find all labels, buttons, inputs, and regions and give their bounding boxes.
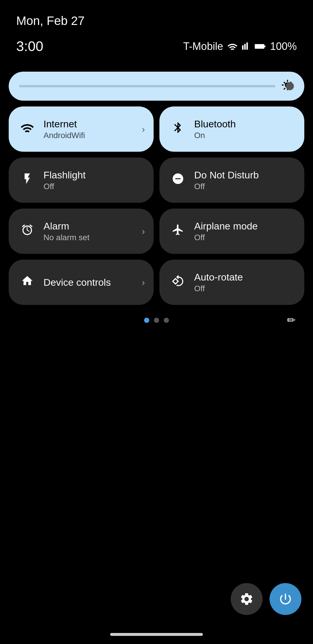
nav-bar [110,633,203,636]
tile-flashlight[interactable]: Flashlight Off [9,158,154,203]
tiles-grid: Internet AndroidWifi › Bluetooth On [9,106,304,305]
airplane-text: Airplane mode Off [194,220,258,242]
tile-airplane[interactable]: Airplane mode Off [159,209,304,254]
tile-internet[interactable]: Internet AndroidWifi › [9,106,154,152]
alarm-text: Alarm No alarm set [43,220,90,242]
bluetooth-text: Bluetooth On [194,118,236,140]
rotate-icon [170,274,186,290]
flashlight-icon [19,172,35,188]
bottom-buttons [231,583,301,615]
airplane-title: Airplane mode [194,220,258,232]
dnd-subtitle: Off [194,182,259,191]
power-button[interactable] [270,583,301,615]
internet-arrow-icon: › [142,124,145,135]
brightness-slider[interactable] [19,85,275,87]
tile-device-controls[interactable]: Device controls › [9,260,154,305]
bluetooth-icon [170,121,186,137]
dnd-title: Do Not Disturb [194,169,259,181]
device-controls-title: Device controls [43,277,111,288]
svg-rect-2 [264,46,265,47]
bluetooth-title: Bluetooth [194,118,236,130]
quick-settings-panel: Internet AndroidWifi › Bluetooth On [0,72,313,323]
page-dot-1 [144,318,149,323]
internet-text: Internet AndroidWifi [43,118,85,140]
svg-rect-1 [255,44,264,48]
brightness-handle[interactable] [286,82,294,90]
battery-status-icon [254,43,266,50]
airplane-subtitle: Off [194,233,258,242]
device-controls-text: Device controls [43,277,111,288]
tile-alarm[interactable]: Alarm No alarm set › [9,209,154,254]
alarm-subtitle: No alarm set [43,233,90,242]
page-dot-3 [164,318,169,323]
page-indicators: ✏ [9,318,304,323]
flashlight-subtitle: Off [43,182,86,191]
dnd-icon [170,172,186,188]
auto-rotate-title: Auto-rotate [194,272,243,283]
home-icon [19,274,35,290]
internet-subtitle: AndroidWifi [43,131,85,140]
carrier-name: T-Mobile [183,40,223,53]
alarm-arrow-icon: › [142,226,145,237]
wifi-icon [19,122,35,136]
clock-time: 3:00 [16,38,43,54]
auto-rotate-text: Auto-rotate Off [194,272,243,293]
carrier-info: T-Mobile 100% [183,40,297,53]
status-bar: Mon, Feb 27 [0,0,313,32]
internet-title: Internet [43,118,85,130]
tile-dnd[interactable]: Do Not Disturb Off [159,158,304,203]
brightness-row[interactable] [9,72,304,101]
settings-button[interactable] [231,583,263,615]
alarm-title: Alarm [43,220,90,232]
battery-percent: 100% [270,40,297,53]
alarm-icon [19,223,35,239]
signal-status-icon [242,42,250,51]
tile-bluetooth[interactable]: Bluetooth On [159,106,304,152]
device-controls-arrow-icon: › [142,277,145,288]
wifi-status-icon [227,42,238,51]
tile-auto-rotate[interactable]: Auto-rotate Off [159,260,304,305]
page-dot-2 [154,318,159,323]
bluetooth-subtitle: On [194,131,236,140]
edit-button[interactable]: ✏ [287,314,296,326]
dnd-text: Do Not Disturb Off [194,169,259,191]
auto-rotate-subtitle: Off [194,284,243,293]
airplane-icon [170,223,186,239]
flashlight-text: Flashlight Off [43,169,86,191]
status-date: Mon, Feb 27 [16,14,85,28]
flashlight-title: Flashlight [43,169,86,181]
time-row: 3:00 T-Mobile 100% [0,32,313,72]
